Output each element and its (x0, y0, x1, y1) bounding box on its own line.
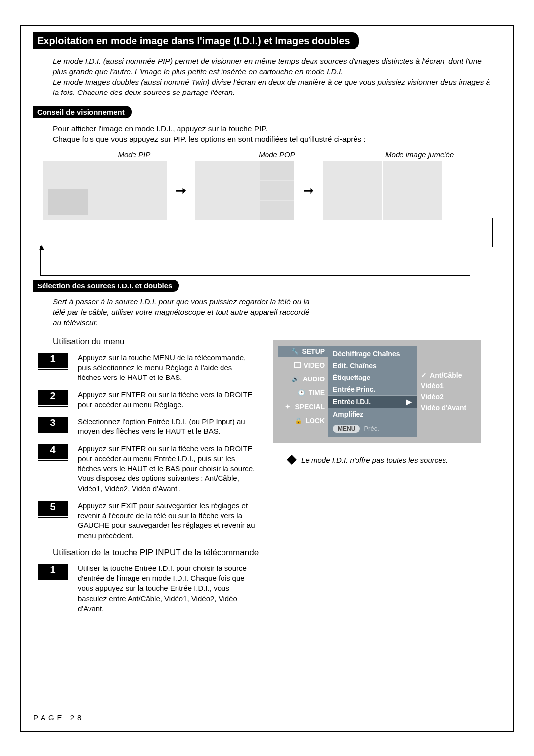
check-icon: ✓ (421, 371, 427, 379)
step-number: 3 (38, 417, 68, 432)
osd-tab-audio[interactable]: 🔊AUDIO (278, 374, 328, 384)
diamond-icon (287, 455, 297, 465)
section-conseil: Conseil de visionnement (33, 106, 132, 118)
osd-tab-label: SETUP (302, 347, 325, 355)
intro-text: Le mode I.D.I. (aussi nommée PIP) permet… (53, 56, 496, 98)
osd-tab-video[interactable]: VIDEO (278, 360, 328, 371)
section-selection: Sélection des sources I.D.I. et doubles (33, 280, 179, 292)
step-row: 4 Appuyez sur ENTER ou sur la flèche ver… (38, 444, 259, 494)
clock-icon: 🕒 (298, 389, 306, 397)
step-row: 5 Appuyez sur EXIT pour sauvegarder les … (38, 501, 259, 541)
osd-tab-label: TIME (309, 389, 325, 397)
step-number: 2 (38, 390, 68, 405)
step-row: 3 Sélectionnez l'option Entrée I.D.I. (o… (38, 417, 259, 437)
mode-pop-label: Mode POP (206, 150, 349, 159)
note-row: Le mode I.D.I. n'offre pas toutes les so… (288, 456, 501, 464)
osd-item[interactable]: Déchiffrage Chaînes (328, 348, 417, 360)
osd-tabs: 🔧SETUP VIDEO 🔊AUDIO 🕒TIME ✦SPECIAL 🔒LOCK (278, 346, 328, 437)
osd-tab-special[interactable]: ✦SPECIAL (278, 401, 328, 412)
osd-option[interactable]: Vidéo2 (421, 393, 472, 401)
osd-tab-label: SPECIAL (295, 403, 325, 411)
osd-tab-lock[interactable]: 🔒LOCK (278, 415, 328, 426)
osd-tab-label: LOCK (305, 417, 325, 425)
step-text: Appuyez sur la touche MENU de la télécom… (78, 353, 256, 383)
wrench-icon: 🔧 (291, 347, 299, 355)
osd-tab-label: VIDEO (304, 361, 325, 369)
star-icon: ✦ (284, 403, 292, 411)
pip-subpicture (48, 189, 88, 215)
util-menu-heading: Utilisation du menu (53, 337, 259, 347)
step-row: 1 Appuyez sur la touche MENU de la téléc… (38, 353, 259, 383)
speaker-icon: 🔊 (292, 375, 300, 383)
osd-item[interactable]: Edit. Chaînes (328, 360, 417, 372)
step-text: Sélectionnez l'option Entrée I.D.I. (ou … (78, 417, 256, 437)
osd-footer-prev: Préc. (364, 425, 379, 432)
selection-intro: Sert à passer à la source I.D.I. pour qu… (53, 297, 310, 328)
steps-menu: 1 Appuyez sur la touche MENU de la téléc… (38, 353, 259, 541)
mode-diagram-row: ➞ ➞ (43, 161, 491, 220)
osd-menu-items: Déchiffrage Chaînes Edit. Chaînes Étique… (328, 346, 417, 437)
note-text: Le mode I.D.I. n'offre pas toutes les so… (301, 456, 448, 464)
osd-option[interactable]: ✓Ant/Câble (421, 371, 472, 379)
arrow-icon: ➞ (176, 183, 186, 198)
osd-item-selected[interactable]: Entrée I.D.I.▶ (328, 395, 417, 408)
feedback-line-down (492, 218, 493, 247)
step-text: Appuyez sur ENTER ou sur la flèche vers … (78, 390, 256, 410)
mode-twin-diagram (323, 161, 442, 220)
osd-item[interactable]: Étiquettage (328, 372, 417, 383)
mode-pip-diagram (43, 161, 167, 220)
osd-footer: MENU Préc. (328, 423, 417, 435)
conseil-text: Pour afficher l'image en mode I.D.I., ap… (53, 123, 501, 144)
step-row: 1 Utiliser la touche Entrée I.D.I. pour … (38, 564, 259, 614)
menu-pill[interactable]: MENU (333, 425, 360, 433)
osd-option[interactable]: Vidéo1 (421, 382, 472, 390)
page-number: PAGE 28 (33, 713, 84, 722)
step-text: Utiliser la touche Entrée I.D.I. pour ch… (78, 564, 256, 614)
chevron-right-icon: ▶ (406, 398, 412, 406)
util-pip-heading: Utilisation de la touche PIP INPUT de la… (53, 548, 259, 558)
step-text: Appuyez sur EXIT pour sauvegarder les ré… (78, 501, 256, 541)
osd-tab-time[interactable]: 🕒TIME (278, 387, 328, 398)
step-number: 1 (38, 564, 68, 579)
osd-tab-label: AUDIO (303, 375, 325, 383)
mode-pip-label: Mode PIP (63, 150, 206, 159)
osd-option[interactable]: Vidéo d'Avant (421, 404, 472, 412)
mode-labels-row: Mode PIP Mode POP Mode image jumelée (63, 150, 491, 159)
step-number: 1 (38, 353, 68, 368)
page-frame: Exploitation en mode image dans l'image … (20, 25, 514, 732)
osd-options: ✓Ant/Câble Vidéo1 Vidéo2 Vidéo d'Avant (417, 346, 476, 437)
osd-tab-setup[interactable]: 🔧SETUP (278, 346, 328, 357)
step-text: Appuyez sur ENTER ou sur la flèche vers … (78, 444, 256, 494)
osd-item[interactable]: Amplifiez (328, 408, 417, 420)
feedback-arrow-icon: ▲ (38, 243, 45, 252)
osd-item[interactable]: Entrée Princ. (328, 383, 417, 395)
osd-panel: 🔧SETUP VIDEO 🔊AUDIO 🕒TIME ✦SPECIAL 🔒LOCK… (273, 340, 481, 443)
mode-pop-diagram (195, 161, 294, 220)
mode-twin-label: Mode image jumelée (348, 150, 491, 159)
feedback-line (40, 246, 470, 276)
lock-icon: 🔒 (294, 417, 302, 425)
step-number: 4 (38, 444, 68, 459)
step-row: 2 Appuyez sur ENTER ou sur la flèche ver… (38, 390, 259, 410)
screen-icon (294, 362, 301, 368)
page-title: Exploitation en mode image dans l'image … (33, 32, 359, 49)
arrow-icon: ➞ (303, 183, 314, 198)
step-number: 5 (38, 501, 68, 516)
steps-pip: 1 Utiliser la touche Entrée I.D.I. pour … (38, 564, 259, 614)
